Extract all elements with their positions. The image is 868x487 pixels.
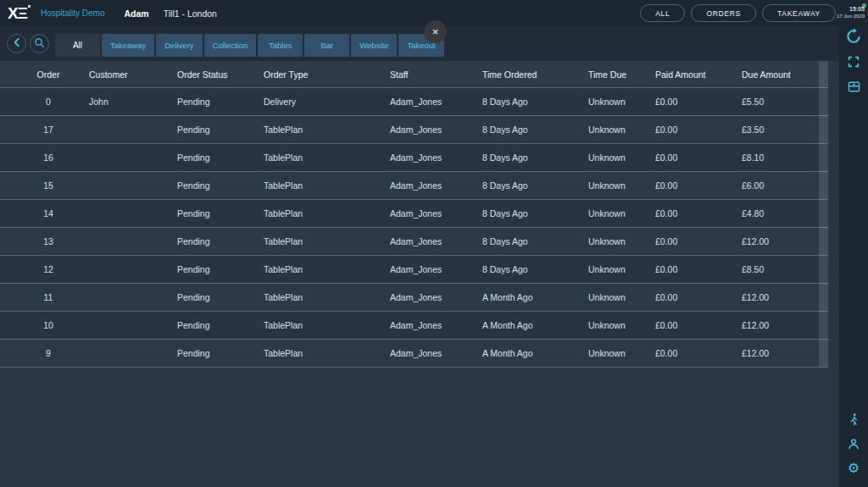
table-cell: TablePlan [260, 125, 387, 135]
table-cell: £0.00 [652, 180, 738, 191]
table-cell: Unknown [585, 180, 652, 191]
table-cell: 9 [0, 348, 81, 358]
table-row[interactable]: 10PendingTablePlanAdam_JonesA Month AgoU… [0, 311, 828, 339]
table-cell: Unknown [585, 236, 652, 246]
table-row[interactable]: 11PendingTablePlanAdam_JonesA Month AgoU… [0, 283, 828, 311]
filter-tab-delivery[interactable]: Delivery [156, 34, 202, 57]
cash-drawer-button[interactable] [844, 79, 863, 97]
table-row[interactable]: 12PendingTablePlanAdam_Jones8 Days AgoUn… [0, 255, 828, 283]
table-row[interactable]: 13PendingTablePlanAdam_Jones8 Days AgoUn… [0, 227, 828, 255]
table-cell: Adam_Jones [387, 97, 479, 107]
table-cell: TablePlan [260, 264, 387, 274]
clock-time: 15:05 [837, 6, 865, 13]
column-header: Paid Amount [652, 69, 738, 80]
column-header: Staff [387, 69, 479, 80]
table-cell: Pending [174, 180, 260, 191]
topbar-button-all[interactable]: ALL [640, 4, 685, 22]
table-cell: Delivery [260, 97, 387, 107]
table-cell: John [81, 97, 174, 107]
table-cell: Pending [174, 264, 260, 274]
filter-tab-all[interactable]: All [55, 34, 100, 57]
table-row[interactable]: 14PendingTablePlanAdam_Jones8 Days AgoUn… [0, 199, 828, 227]
table-cell: Pending [174, 236, 260, 246]
table-cell: Unknown [585, 152, 652, 163]
table-cell: Pending [174, 208, 260, 219]
orders-table: OrderCustomerOrder StatusOrder TypeStaff… [0, 61, 828, 368]
table-cell: TablePlan [260, 348, 387, 358]
table-cell: A Month Ago [479, 348, 585, 358]
table-cell: TablePlan [260, 208, 387, 219]
table-cell: £0.00 [652, 236, 738, 246]
table-row[interactable]: 17PendingTablePlanAdam_Jones8 Days AgoUn… [0, 115, 828, 143]
cash-drawer-icon [847, 80, 861, 97]
table-header-row: OrderCustomerOrder StatusOrder TypeStaff… [0, 61, 828, 87]
filter-tab-collection[interactable]: Collection [204, 34, 257, 57]
filter-tab-bar[interactable]: Bar [304, 34, 349, 57]
table-cell: 10 [0, 320, 81, 330]
table-cell: Pending [174, 125, 260, 135]
table-cell: £0.00 [652, 320, 738, 330]
table-cell: 13 [0, 236, 81, 246]
table-cell: Adam_Jones [387, 208, 479, 219]
table-cell: £0.00 [652, 208, 738, 219]
close-button[interactable]: × [424, 20, 447, 43]
table-cell: 11 [0, 292, 81, 302]
table-row[interactable]: 16PendingTablePlanAdam_Jones8 Days AgoUn… [0, 143, 828, 171]
table-cell: £6.00 [738, 180, 828, 191]
settings-button[interactable]: ⚙ [844, 459, 863, 478]
user-button[interactable] [844, 435, 863, 454]
back-chevron-icon [12, 37, 22, 50]
refresh-button[interactable] [844, 28, 863, 47]
filter-tab-website[interactable]: Website [351, 34, 397, 57]
table-row[interactable]: 0JohnPendingDeliveryAdam_Jones8 Days Ago… [0, 87, 828, 115]
table-cell: Pending [174, 152, 260, 163]
table-row[interactable]: 9PendingTablePlanAdam_JonesA Month AgoUn… [0, 339, 828, 367]
logged-in-user: Adam [125, 8, 149, 19]
back-button[interactable] [7, 34, 26, 53]
table-cell: Adam_Jones [387, 320, 479, 330]
table-cell: Unknown [585, 348, 652, 358]
table-cell: £8.50 [738, 264, 828, 274]
user-icon [847, 437, 860, 453]
table-cell: A Month Ago [479, 292, 585, 302]
table-cell: 12 [0, 264, 81, 274]
table-cell: 8 Days Ago [479, 180, 585, 191]
table-cell: £0.00 [652, 292, 738, 302]
table-cell: Unknown [585, 97, 652, 107]
table-cell: Pending [174, 348, 260, 358]
topbar-button-takeaway[interactable]: TAKEAWAY [762, 4, 836, 22]
table-cell: Unknown [585, 264, 652, 274]
table-cell: Adam_Jones [387, 236, 479, 246]
table-cell: Adam_Jones [387, 152, 479, 163]
table-cell: £0.00 [652, 97, 738, 107]
filter-tab-takeaway[interactable]: Takeaway [102, 34, 154, 57]
table-cell: £12.00 [738, 236, 828, 246]
column-header: Due Amount [738, 69, 828, 80]
column-header: Order Type [260, 69, 387, 80]
table-cell: Pending [174, 97, 260, 107]
till-name: Till1 - London [164, 8, 217, 19]
refresh-icon [845, 28, 862, 47]
table-cell: Unknown [585, 292, 652, 302]
column-header: Time Due [585, 69, 652, 80]
search-icon [34, 37, 45, 51]
table-scrollbar[interactable] [819, 61, 828, 367]
table-row[interactable]: 15PendingTablePlanAdam_Jones8 Days AgoUn… [0, 171, 828, 199]
table-cell: Adam_Jones [387, 125, 479, 135]
filter-tab-tables[interactable]: Tables [258, 34, 303, 57]
table-cell: 8 Days Ago [479, 264, 585, 274]
table-cell: TablePlan [260, 320, 387, 330]
table-cell: Adam_Jones [387, 348, 479, 358]
table-cell: 0 [0, 97, 81, 107]
topbar-button-orders[interactable]: ORDERS [691, 4, 756, 22]
clock: 15:05 17 Jun 2020 [837, 6, 865, 19]
table-cell: £0.00 [652, 264, 738, 274]
table-cell: 17 [0, 125, 81, 135]
fullscreen-button[interactable] [844, 53, 863, 72]
filter-bar: AllTakeawayDeliveryCollectionTablesBarWe… [0, 26, 839, 61]
walking-person-button[interactable] [844, 412, 863, 430]
table-cell: Pending [174, 320, 260, 330]
search-button[interactable] [30, 34, 49, 53]
table-cell: £5.50 [738, 97, 828, 107]
table-cell: £0.00 [652, 152, 738, 163]
